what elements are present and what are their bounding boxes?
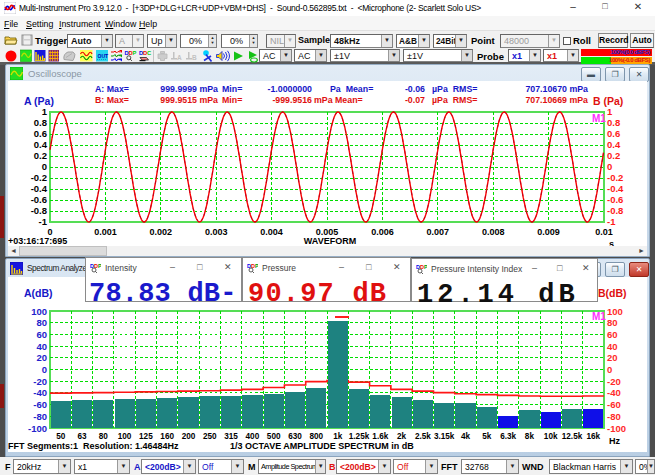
svg-text:0: 0 (42, 364, 47, 375)
svg-text:2k: 2k (397, 432, 407, 441)
svg-text:630: 630 (288, 432, 302, 441)
svg-text:0.4: 0.4 (34, 139, 48, 150)
svg-text:10k: 10k (544, 432, 558, 441)
svg-text:0.01: 0.01 (595, 227, 613, 237)
svg-text:M1: M1 (592, 113, 606, 124)
svg-text:500: 500 (267, 432, 281, 441)
svg-text:B: B (192, 54, 197, 61)
svg-text:-100: -100 (607, 423, 626, 434)
svg-text:-40: -40 (33, 387, 47, 398)
svg-text:-1: -1 (607, 216, 616, 227)
svg-text:100: 100 (607, 306, 623, 317)
svg-text:-0.4: -0.4 (607, 183, 624, 194)
svg-text:0.008: 0.008 (482, 227, 505, 237)
svg-text:200: 200 (182, 432, 196, 441)
svg-text:-0.2: -0.2 (31, 172, 47, 183)
svg-text:8k: 8k (525, 432, 535, 441)
svg-text:1: 1 (607, 106, 613, 117)
svg-text:-0.6: -0.6 (607, 194, 623, 205)
svg-text:1: 1 (42, 106, 48, 117)
svg-text:-80: -80 (33, 411, 47, 422)
svg-text:800: 800 (309, 432, 323, 441)
svg-text:-20: -20 (607, 376, 621, 387)
svg-text:80: 80 (36, 317, 47, 328)
svg-text:63: 63 (77, 432, 87, 441)
svg-text:-60: -60 (33, 399, 47, 410)
svg-text:40: 40 (607, 341, 618, 352)
svg-text:Hz: Hz (609, 436, 620, 446)
svg-text:A: A (177, 54, 182, 61)
svg-text:0.2: 0.2 (34, 150, 47, 161)
svg-text:0: 0 (42, 161, 47, 172)
svg-text:2.5k: 2.5k (415, 432, 431, 441)
svg-text:-0.2: -0.2 (607, 172, 623, 183)
svg-text:400: 400 (246, 432, 260, 441)
svg-text:DDP: DDP (247, 263, 258, 269)
svg-text:0.6: 0.6 (607, 128, 620, 139)
svg-text:60: 60 (607, 329, 618, 340)
svg-text:DDC: DDC (139, 50, 152, 56)
svg-text:100: 100 (31, 306, 47, 317)
svg-text:-60: -60 (607, 399, 621, 410)
svg-text:DDP: DDP (125, 50, 137, 56)
svg-text:160: 160 (160, 432, 174, 441)
svg-text:80: 80 (607, 317, 618, 328)
svg-text:0.004: 0.004 (260, 227, 283, 237)
svg-text:-80: -80 (607, 411, 621, 422)
svg-text:DDP: DDP (416, 264, 427, 270)
svg-text:0.8: 0.8 (34, 117, 47, 128)
svg-text:-0.6: -0.6 (31, 194, 47, 205)
svg-text:1.25k: 1.25k (349, 432, 370, 441)
svg-text:5k: 5k (482, 432, 492, 441)
svg-text:-20: -20 (33, 376, 47, 387)
svg-text:0.003: 0.003 (205, 227, 228, 237)
svg-text:0.8: 0.8 (607, 117, 620, 128)
svg-text:0.002: 0.002 (150, 227, 173, 237)
svg-text:-0.8: -0.8 (607, 205, 623, 216)
svg-text:DDP: DDP (90, 263, 101, 269)
svg-text:OUT: OUT (98, 53, 109, 59)
svg-text:315: 315 (224, 432, 238, 441)
svg-text:M1: M1 (592, 311, 606, 322)
svg-text:-0.8: -0.8 (31, 205, 47, 216)
svg-text:50: 50 (56, 432, 66, 441)
svg-text:100: 100 (118, 432, 132, 441)
svg-text:0: 0 (607, 161, 612, 172)
svg-text:WAVEFORM: WAVEFORM (304, 236, 356, 246)
svg-text:80: 80 (99, 432, 109, 441)
svg-text:3.15k: 3.15k (434, 432, 455, 441)
svg-text:-40: -40 (607, 387, 621, 398)
svg-text:-1: -1 (39, 216, 48, 227)
svg-text:0.006: 0.006 (371, 227, 394, 237)
svg-text:40: 40 (36, 341, 47, 352)
svg-text:12.5k: 12.5k (562, 432, 583, 441)
svg-text:20: 20 (607, 352, 618, 363)
svg-text:20: 20 (36, 352, 47, 363)
svg-text:-100: -100 (28, 423, 47, 434)
svg-text:0: 0 (607, 364, 612, 375)
svg-text:FFT Segments:1 Resolution: 1.: FFT Segments:1 Resolution: 1.46484Hz (8, 441, 179, 451)
svg-text:-0.4: -0.4 (31, 183, 48, 194)
svg-text:0.6: 0.6 (34, 128, 47, 139)
svg-text:1k: 1k (333, 432, 343, 441)
svg-text:16k: 16k (586, 432, 600, 441)
svg-text:125: 125 (139, 432, 153, 441)
svg-text:60: 60 (36, 329, 47, 340)
svg-text:6.3k: 6.3k (500, 432, 516, 441)
svg-text:0.2: 0.2 (607, 150, 620, 161)
svg-text:0.001: 0.001 (94, 227, 117, 237)
svg-text:0.009: 0.009 (537, 227, 560, 237)
svg-text:0.4: 0.4 (607, 139, 621, 150)
svg-text:250: 250 (203, 432, 217, 441)
svg-text:+03:16:17:695: +03:16:17:695 (8, 236, 67, 246)
svg-text:0.007: 0.007 (427, 227, 450, 237)
svg-text:1/3 OCTAVE AMPLITUDE SPECTRUM: 1/3 OCTAVE AMPLITUDE SPECTRUM in dB (230, 441, 414, 451)
svg-text:1.6k: 1.6k (372, 432, 388, 441)
svg-text:4k: 4k (461, 432, 471, 441)
